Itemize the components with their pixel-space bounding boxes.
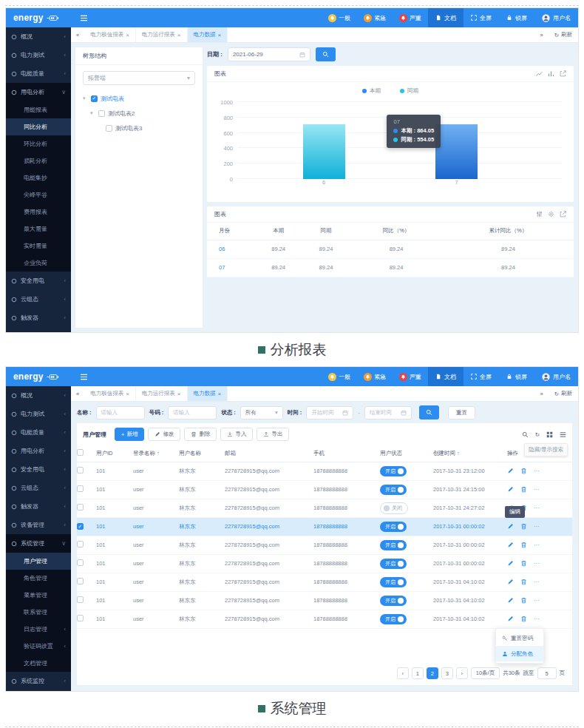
row-checkbox[interactable]: ✓	[77, 523, 84, 530]
tab-电力数据[interactable]: 电力数据×	[188, 27, 228, 42]
edit-icon[interactable]	[507, 597, 514, 604]
next-page-button[interactable]: ›	[456, 667, 468, 679]
edit-user-button[interactable]: 修改	[148, 428, 180, 441]
status-toggle[interactable]: 开启	[380, 485, 407, 495]
close-icon[interactable]: ×	[126, 32, 129, 38]
alert-badge-紧急[interactable]: 紧急	[357, 367, 393, 386]
checkbox[interactable]	[106, 125, 112, 132]
sidebar-item-系统监控[interactable]: 系统监控‹	[6, 672, 71, 690]
bar-chart-icon[interactable]	[548, 70, 554, 77]
add-user-button[interactable]: +新增	[115, 428, 144, 441]
submenu-item-实时需量[interactable]: 实时需量	[6, 237, 71, 255]
hamburger-menu-icon[interactable]	[80, 15, 88, 21]
sidebar-item-电能质量[interactable]: 电能质量‹	[6, 64, 71, 83]
checkbox[interactable]: ✓	[91, 95, 98, 102]
collapse-tabs-icon[interactable]: «	[71, 391, 84, 397]
nav-item-lock[interactable]: 锁屏	[499, 367, 534, 386]
tree-type-select[interactable]: 拓普端 ▾	[83, 71, 195, 85]
row-checkbox[interactable]	[77, 467, 84, 473]
user-table-row[interactable]: 101user林东东2278728915@qq.com18788888888开启…	[77, 573, 572, 591]
more-actions-icon[interactable]: ···	[534, 597, 540, 604]
select-all-checkbox[interactable]	[77, 449, 84, 456]
tab-电力运行报表[interactable]: 电力运行报表×	[136, 27, 188, 42]
date-input[interactable]: 2021-06-29	[228, 47, 310, 61]
delete-icon[interactable]	[520, 542, 527, 548]
nav-item-docs[interactable]: 文档	[428, 8, 464, 27]
close-icon[interactable]: ×	[126, 391, 129, 397]
tab-电力数据[interactable]: 电力数据×	[188, 386, 228, 401]
status-toggle[interactable]: 开启	[380, 522, 407, 532]
bar-6[interactable]	[303, 124, 345, 179]
sidebar-item-电力测试[interactable]: 电力测试‹	[6, 46, 71, 64]
submenu-item-用能报表[interactable]: 用能报表	[6, 101, 71, 118]
user-search-button[interactable]	[419, 405, 439, 419]
sidebar-item-触发器[interactable]: 触发器‹	[6, 497, 71, 516]
submenu-item-环比分析[interactable]: 环比分析	[6, 135, 71, 152]
expand-tabs-icon[interactable]: »	[535, 32, 549, 38]
sort-icon[interactable]: ↑	[157, 450, 160, 456]
menu-item-assign-role[interactable]: 分配角色	[496, 646, 543, 661]
sidebar-item-系统管理[interactable]: 系统管理∨	[6, 534, 71, 553]
row-checkbox[interactable]	[77, 504, 84, 510]
delete-icon[interactable]	[520, 486, 527, 493]
page-button-2[interactable]: 2	[427, 667, 438, 679]
delete-icon[interactable]	[520, 579, 527, 585]
sort-icon[interactable]: ↑	[457, 450, 460, 456]
alert-badge-紧急[interactable]: 紧急	[357, 8, 393, 27]
row-checkbox[interactable]	[77, 615, 84, 621]
sidebar-item-概况[interactable]: 概况‹	[6, 386, 71, 405]
tree-node-测试电表2[interactable]: ▾测试电表2	[75, 106, 203, 121]
edit-icon[interactable]	[507, 468, 514, 474]
legend-item-同期[interactable]: 同期	[400, 87, 418, 95]
reset-button[interactable]: 重置	[448, 406, 475, 419]
sidebar-item-用电分析[interactable]: 用电分析‹	[6, 442, 71, 460]
nav-item-fullscreen[interactable]: 全屏	[464, 8, 499, 27]
close-icon[interactable]: ×	[218, 32, 222, 38]
start-time-input[interactable]: 开始时间	[306, 406, 353, 419]
name-filter-input[interactable]: 请输入	[96, 406, 145, 419]
refresh-icon[interactable]: ↻	[535, 431, 540, 438]
sidebar-item-安全用电[interactable]: 安全用电‹	[6, 272, 71, 290]
submenu-item-菜单管理[interactable]: 菜单管理	[6, 587, 71, 604]
more-actions-icon[interactable]: ···	[534, 616, 540, 622]
sidebar-item-触发器[interactable]: 触发器‹	[6, 309, 71, 327]
submenu-item-损耗分析[interactable]: 损耗分析	[6, 152, 71, 169]
edit-icon[interactable]	[507, 523, 514, 530]
status-toggle[interactable]: 开启	[380, 577, 407, 587]
grid-view-icon[interactable]	[546, 431, 553, 438]
row-checkbox[interactable]	[77, 559, 84, 566]
submenu-item-用户管理[interactable]: 用户管理	[6, 553, 71, 570]
tab-电力运行报表[interactable]: 电力运行报表×	[136, 386, 188, 401]
line-chart-icon[interactable]	[536, 70, 543, 77]
export-table-icon[interactable]	[560, 211, 566, 218]
date-search-button[interactable]	[316, 47, 336, 61]
user-table-row[interactable]: 101user林东东2278728915@qq.com18788888888开启…	[77, 480, 572, 499]
menu-item-reset-password[interactable]: 重置密码	[496, 630, 543, 646]
bar-7[interactable]	[435, 124, 478, 179]
tab-电力极值报表[interactable]: 电力极值报表×	[84, 27, 136, 42]
sidebar-item-云组态[interactable]: 云组态‹	[6, 479, 71, 497]
delete-icon[interactable]	[520, 616, 527, 622]
submenu-item-费用报表[interactable]: 费用报表	[6, 203, 71, 220]
close-icon[interactable]: ×	[177, 391, 181, 397]
status-toggle[interactable]: 开启	[380, 559, 407, 569]
more-actions-icon[interactable]: ···	[534, 560, 540, 567]
more-actions-icon[interactable]: ···	[534, 579, 540, 585]
user-table-row[interactable]: 101user林东东2278728915@qq.com18788888888关闭…	[77, 499, 572, 517]
alert-badge-严重[interactable]: 严重	[393, 367, 428, 386]
prev-page-button[interactable]: ‹	[397, 667, 409, 679]
sidebar-item-安全用电[interactable]: 安全用电‹	[6, 460, 71, 479]
row-checkbox[interactable]	[77, 485, 84, 492]
status-toggle[interactable]: 开启	[380, 540, 407, 550]
delete-icon[interactable]	[520, 597, 527, 604]
tab-电力极值报表[interactable]: 电力极值报表×	[84, 386, 136, 401]
sidebar-item-用电分析[interactable]: 用电分析∨	[6, 83, 71, 101]
more-actions-icon[interactable]: ···	[534, 523, 540, 530]
more-actions-icon[interactable]: ···	[534, 505, 540, 511]
status-toggle[interactable]: 关闭	[380, 502, 408, 514]
checkbox[interactable]	[98, 110, 105, 117]
more-actions-icon[interactable]: ···	[534, 486, 540, 493]
page-button-1[interactable]: 1	[412, 667, 424, 679]
jump-page-input[interactable]: 5	[537, 667, 557, 679]
delete-icon[interactable]	[520, 560, 527, 567]
